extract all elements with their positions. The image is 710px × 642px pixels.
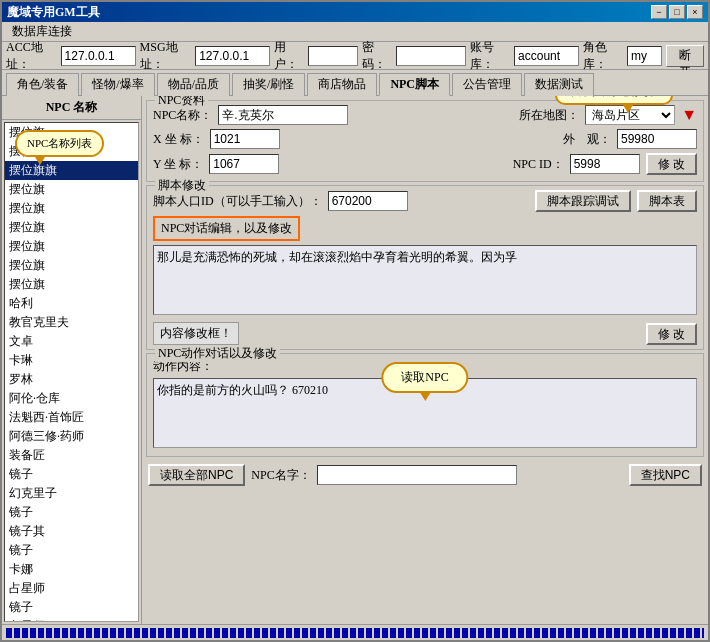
modify-content-button[interactable]: 修 改 (646, 323, 697, 345)
action-section: NPC动作对话以及修改 动作内容： 你指的是前方的火山吗？ 670210 读取N… (146, 353, 704, 457)
npc-name-input[interactable] (218, 105, 348, 125)
debug-button[interactable]: 脚本跟踪调试 (535, 190, 631, 212)
npc-name-label: NPC名称： (153, 107, 212, 124)
list-item[interactable]: 镜子 (5, 465, 138, 484)
table-button[interactable]: 脚本表 (637, 190, 697, 212)
npc-id-input[interactable] (570, 154, 640, 174)
list-item[interactable]: 摆位旗 (5, 275, 138, 294)
list-item[interactable]: 罗林 (5, 370, 138, 389)
y-input[interactable] (209, 154, 279, 174)
user-label: 用户： (274, 39, 304, 73)
x-label: X 坐 标： (153, 131, 204, 148)
list-item[interactable]: 镜子 (5, 598, 138, 617)
list-item[interactable]: 阿德三修·药师 (5, 427, 138, 446)
list-item[interactable]: 占星师 (5, 617, 138, 622)
list-item[interactable]: 哈利 (5, 294, 138, 313)
title-bar-buttons: − □ × (651, 5, 703, 19)
callout-map-modify: 修改NPC位置坐标， 外观等，小心修改 (555, 96, 673, 105)
tab-bar: 角色/装备 怪物/爆率 物品/品质 抽奖/刷怪 商店物品 NPC脚本 公告管理 … (2, 70, 708, 95)
list-item[interactable]: 卡琳 (5, 351, 138, 370)
right-panel: NPC资料 修改NPC位置坐标， 外观等，小心修改 NPC名称： 所在地图： 海 (142, 96, 708, 624)
tab-announcement[interactable]: 公告管理 (452, 73, 522, 96)
acc-label: ACC地址： (6, 39, 57, 73)
status-progress (6, 628, 704, 638)
list-item[interactable]: 镜子 (5, 503, 138, 522)
list-item[interactable]: 装备匠 (5, 446, 138, 465)
list-item[interactable]: 摆位旗 (5, 256, 138, 275)
list-item[interactable]: 摆位旗 (5, 123, 138, 142)
title-bar: 魔域专用GM工具 − □ × (2, 2, 708, 22)
script-id-input[interactable] (328, 191, 408, 211)
minimize-button[interactable]: − (651, 5, 667, 19)
main-content: NPC 名称 摆位旗 摆位旗 摆位旗旗 摆位旗 摆位旗 摆位旗 摆位旗 摆位旗 … (2, 95, 708, 624)
list-item[interactable]: 文卓 (5, 332, 138, 351)
list-item[interactable]: 幻克里子 (5, 484, 138, 503)
list-item[interactable]: 摆位旗 (5, 237, 138, 256)
script-title: 脚本修改 (155, 177, 209, 194)
status-bar (2, 624, 708, 640)
tab-lottery[interactable]: 抽奖/刷怪 (232, 73, 305, 96)
arrow-down-icon[interactable]: ▼ (681, 106, 697, 124)
list-item[interactable]: 教官克里夫 (5, 313, 138, 332)
list-item[interactable]: 摆位旗 (5, 199, 138, 218)
bottom-bar: 读取全部NPC NPC名字： 查找NPC (146, 460, 704, 488)
list-item[interactable]: 占星师 (5, 579, 138, 598)
x-input[interactable] (210, 129, 280, 149)
find-npc-button[interactable]: 查找NPC (629, 464, 702, 486)
list-item[interactable]: 摆位旗 (5, 180, 138, 199)
dialog-label: NPC对话编辑，以及修改 (153, 216, 300, 241)
toolbar: ACC地址： MSG地址： 用户： 密码： 账号库： 角色库： 断开 (2, 42, 708, 70)
list-item[interactable]: 镜子 (5, 541, 138, 560)
main-window: 魔域专用GM工具 − □ × 数据库连接 ACC地址： MSG地址： 用户： 密… (0, 0, 710, 642)
msg-input[interactable] (195, 46, 270, 66)
role-input[interactable] (627, 46, 662, 66)
script-id-row: 脚本人口ID（可以手工输入）： 脚本跟踪调试 脚本表 (153, 190, 697, 212)
npc-info-title: NPC资料 (155, 96, 208, 109)
db-input[interactable] (514, 46, 579, 66)
tab-npc-script[interactable]: NPC脚本 (379, 73, 450, 96)
npc-info-section: NPC资料 修改NPC位置坐标， 外观等，小心修改 NPC名称： 所在地图： 海 (146, 100, 704, 182)
user-input[interactable] (308, 46, 358, 66)
list-item[interactable]: 卡娜 (5, 560, 138, 579)
window-title: 魔域专用GM工具 (7, 4, 100, 21)
modify-npc-button[interactable]: 修 改 (646, 153, 697, 175)
dialog-textarea[interactable]: 那儿是充满恐怖的死城，却在滚滚烈焰中孕育着光明的希翼。因为孚 (153, 245, 697, 315)
msg-label: MSG地址： (140, 39, 192, 73)
pwd-label: 密码： (362, 39, 392, 73)
list-item[interactable]: 法魁西·首饰匠 (5, 408, 138, 427)
list-item[interactable]: 摆位旗 (5, 218, 138, 237)
read-all-npc-button[interactable]: 读取全部NPC (148, 464, 245, 486)
tab-data-test[interactable]: 数据测试 (524, 73, 594, 96)
list-item[interactable]: 镜子其 (5, 522, 138, 541)
action-textarea[interactable]: 你指的是前方的火山吗？ 670210 (153, 378, 697, 448)
view-input[interactable] (617, 129, 697, 149)
tab-shop[interactable]: 商店物品 (307, 73, 377, 96)
view-label: 外 观： (563, 131, 611, 148)
npc-form-row1: NPC名称： 所在地图： 海岛片区 ▼ (153, 105, 697, 125)
tab-item[interactable]: 物品/品质 (157, 73, 230, 96)
npc-name-search-input[interactable] (317, 465, 517, 485)
tab-monster[interactable]: 怪物/爆率 (81, 73, 154, 96)
map-select[interactable]: 海岛片区 (585, 105, 675, 125)
tab-role-equip[interactable]: 角色/装备 (6, 73, 79, 96)
npc-id-label: NPC ID： (513, 156, 564, 173)
map-label: 所在地图： (519, 107, 579, 124)
npc-name-search-label: NPC名字： (251, 467, 310, 484)
content-modify-row: 内容修改框！ 修 改 (153, 322, 697, 345)
content-label: 内容修改框！ (153, 322, 239, 345)
role-label: 角色库： (583, 39, 623, 73)
maximize-button[interactable]: □ (669, 5, 685, 19)
acc-input[interactable] (61, 46, 136, 66)
npc-list[interactable]: 摆位旗 摆位旗 摆位旗旗 摆位旗 摆位旗 摆位旗 摆位旗 摆位旗 摆位旗 哈利 … (4, 122, 139, 622)
pwd-input[interactable] (396, 46, 466, 66)
connect-button[interactable]: 断开 (666, 45, 704, 67)
list-item[interactable]: 摆位旗 (5, 142, 138, 161)
close-button[interactable]: × (687, 5, 703, 19)
list-item[interactable]: 阿伦·仓库 (5, 389, 138, 408)
action-title: NPC动作对话以及修改 (155, 345, 280, 362)
list-item[interactable]: 摆位旗旗 (5, 161, 138, 180)
npc-form-row3: Y 坐 标： NPC ID： 修 改 (153, 153, 697, 175)
script-section: 脚本修改 脚本人口ID（可以手工输入）： 脚本跟踪调试 脚本表 NPC对话编辑，… (146, 185, 704, 350)
npc-list-header: NPC 名称 (2, 96, 141, 120)
y-label: Y 坐 标： (153, 156, 203, 173)
